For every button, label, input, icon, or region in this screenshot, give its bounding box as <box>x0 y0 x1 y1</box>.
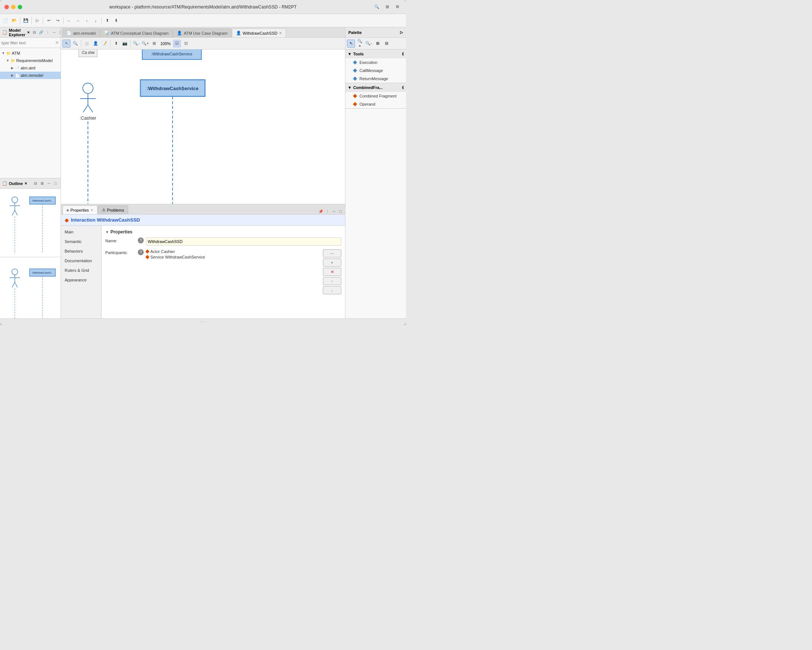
palette-zoom-out-tool[interactable]: 🔍- <box>365 40 373 48</box>
actor-tool[interactable]: 👤 <box>92 40 100 48</box>
outline-canvas[interactable]: :WithdrawCashS... <box>0 189 61 318</box>
new-button[interactable]: 📄 <box>2 17 10 25</box>
palette-combined-section-header[interactable]: ▼ CombinedFra... ⟪ <box>345 83 406 92</box>
action-remove-button[interactable]: ✕ <box>323 268 341 276</box>
export-button[interactable]: ⬆ <box>103 17 111 25</box>
palette-item-operand[interactable]: Operand <box>345 100 406 108</box>
tab-close-withdrawcash[interactable]: ✕ <box>279 31 282 35</box>
tree-item-requirements[interactable]: ▼ 📁 RequirementsModel <box>0 57 61 64</box>
sidebar-item-main[interactable]: Main <box>61 227 101 237</box>
palette-item-combined-fragment[interactable]: Combined Fragment <box>345 92 406 100</box>
fit-button[interactable]: ⊞ <box>150 40 158 48</box>
props-pin-button[interactable]: 📌 <box>318 208 324 214</box>
props-tab-problems[interactable]: ⚠ Problems <box>98 205 128 214</box>
participants-help-icon[interactable]: ? <box>138 249 144 255</box>
expander-requirements[interactable]: ▼ <box>6 59 10 63</box>
back-button[interactable]: ← <box>65 17 73 25</box>
diag-sep-2 <box>110 40 110 47</box>
outline-close[interactable]: ✕ <box>24 182 27 185</box>
search-clear-button[interactable]: ✕ <box>55 40 59 46</box>
model-explorer-close[interactable]: ✕ <box>27 31 30 34</box>
outline-collapse-button[interactable]: ─ <box>46 181 52 186</box>
expander-atm-aird[interactable]: ▶ <box>10 66 14 70</box>
sidebar-item-documentation[interactable]: Documentation <box>61 256 101 265</box>
outline-menu-button[interactable]: ⊟ <box>32 181 38 186</box>
select-tool[interactable]: ↖ <box>63 40 70 48</box>
palette-zoom-in-tool[interactable]: 🔍+ <box>356 40 364 48</box>
link-editor-button[interactable]: 🔗 <box>38 29 44 35</box>
close-button[interactable] <box>5 5 9 9</box>
zoom-in-tool[interactable]: 🔍 <box>71 40 79 48</box>
import-button[interactable]: ⬇ <box>112 17 120 25</box>
props-collapse-icon[interactable]: ▼ <box>105 230 109 234</box>
svg-text::Ca shie: :Ca shie <box>81 50 95 55</box>
props-minimize-button[interactable]: ─ <box>331 208 337 214</box>
tab-label-withdrawcash: WithdrawCashSSD <box>243 31 278 35</box>
sidebar-item-semantic[interactable]: Semantic <box>61 237 101 246</box>
expander-atm-remodel[interactable]: ▶ <box>10 73 14 77</box>
zoom-toggle[interactable]: ☑ <box>173 40 181 48</box>
palette-item-execution[interactable]: Execution <box>345 58 406 67</box>
import-diagram-button[interactable]: 📷 <box>121 40 129 48</box>
action-up-button[interactable]: ↑ <box>323 277 341 285</box>
undo-button[interactable]: ↩ <box>45 17 53 25</box>
outline-expand-button[interactable]: □ <box>52 181 58 186</box>
settings-icon[interactable]: ⚙ <box>394 3 401 11</box>
palette-select-tool[interactable]: ↖ <box>347 40 355 48</box>
up-button[interactable]: ↑ <box>83 17 91 25</box>
minimize-panel-button[interactable]: ─ <box>51 29 57 35</box>
tab-icon-atm-remodel: 📄 <box>67 31 72 35</box>
outline-link-button[interactable]: ⊞ <box>39 181 45 186</box>
redo-button[interactable]: ↪ <box>53 17 62 25</box>
callmessage-icon <box>353 68 357 73</box>
palette-more-tool[interactable]: ⊟ <box>382 40 391 48</box>
tab-atm-usecase[interactable]: 👤 ATM Use Case Diagram <box>173 29 231 37</box>
shape-tool[interactable]: □ <box>83 40 91 48</box>
palette-fit-tool[interactable]: ⊞ <box>374 40 382 48</box>
minimize-button[interactable] <box>11 5 15 9</box>
grid-toggle[interactable]: ⊡ <box>182 40 190 48</box>
export-diagram-button[interactable]: ⬆ <box>112 40 120 48</box>
action-down-button[interactable]: ↓ <box>323 286 341 294</box>
tab-withdrawcash[interactable]: 👤 WithdrawCashSSD ✕ <box>232 29 286 37</box>
down-button[interactable]: ↓ <box>92 17 100 25</box>
menu-button[interactable]: ⋮ <box>45 29 50 35</box>
save-button[interactable]: 💾 <box>22 17 30 25</box>
tab-atm-conceptual[interactable]: 📊 ATM Conceptual Class Diagram <box>100 29 172 37</box>
action-add-button[interactable]: + <box>323 258 341 267</box>
svg-point-10 <box>12 269 18 275</box>
maximize-button[interactable] <box>18 5 22 9</box>
palette-tools-section-header[interactable]: ▼ Tools ⟪ <box>345 49 406 58</box>
zoom-in-button[interactable]: 🔍+ <box>141 40 149 48</box>
props-maximize-button[interactable]: □ <box>338 208 343 214</box>
sidebar-item-appearance[interactable]: Appearance <box>61 275 101 285</box>
tree-item-atm[interactable]: ▼ 📁 ATM <box>0 49 61 57</box>
combined-section-more-icon[interactable]: ⟪ <box>402 86 404 89</box>
palette-item-callmessage[interactable]: CallMessage <box>345 67 406 75</box>
props-tab-close[interactable]: ✕ <box>90 208 93 212</box>
sidebar-item-behaviors[interactable]: Behaviors <box>61 246 101 256</box>
name-input[interactable] <box>146 238 341 246</box>
search-icon[interactable]: 🔍 <box>373 3 381 11</box>
diagram-canvas[interactable]: :Ca shie :WithdrawCashService :Cashier :… <box>61 49 345 204</box>
zoom-out-button[interactable]: 🔍- <box>132 40 140 48</box>
expander-atm[interactable]: ▼ <box>2 51 5 55</box>
tools-section-more-icon[interactable]: ⟪ <box>402 52 404 56</box>
forward-button[interactable]: → <box>74 17 82 25</box>
run-button[interactable]: ▷ <box>33 17 41 25</box>
props-tab-properties[interactable]: ≡ Properties ✕ <box>63 205 98 214</box>
open-button[interactable]: 📂 <box>10 17 18 25</box>
grid-icon[interactable]: ⊞ <box>383 3 391 11</box>
name-help-icon[interactable]: ? <box>138 238 144 243</box>
note-tool[interactable]: 📝 <box>101 40 108 48</box>
palette-item-returnmessage[interactable]: ReturnMessage <box>345 75 406 83</box>
palette-toggle-icon[interactable]: ▷ <box>400 30 403 34</box>
props-menu-button[interactable]: ⋮ <box>324 208 330 214</box>
collapse-all-button[interactable]: ⊟ <box>31 29 37 35</box>
tab-atm-remodel[interactable]: 📄 atm.remodel <box>63 29 100 37</box>
tree-item-atm-remodel[interactable]: ▶ 📄 atm.remodel <box>0 72 61 79</box>
sidebar-item-rulers[interactable]: Rulers & Grid <box>61 265 101 275</box>
action-ellipsis-button[interactable]: ··· <box>323 249 341 258</box>
tree-item-atm-aird[interactable]: ▶ 📄 atm.aird <box>0 64 61 72</box>
search-input[interactable] <box>2 41 53 45</box>
